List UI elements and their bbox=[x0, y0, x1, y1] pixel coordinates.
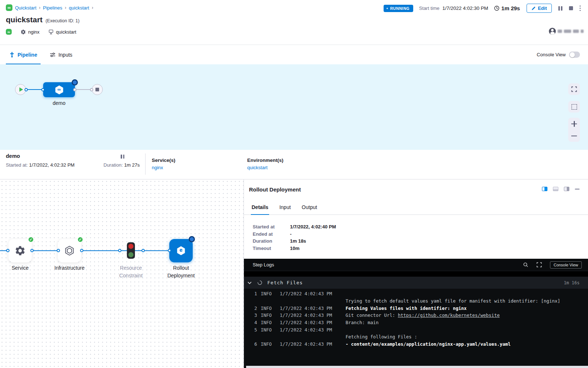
section-name: Fetch Files bbox=[267, 280, 303, 285]
minimize-panel-button[interactable] bbox=[575, 189, 580, 190]
step-node-rollout-deployment[interactable]: e bbox=[169, 239, 193, 262]
edit-button[interactable]: Edit bbox=[527, 4, 552, 13]
gear-icon bbox=[15, 245, 26, 256]
start-time-value: 1/7/2022 4:02:30 PM bbox=[442, 5, 488, 11]
breadcrumb-link[interactable]: Quickstart bbox=[15, 5, 37, 11]
layout-bottom-view-button[interactable] bbox=[553, 187, 558, 191]
layout-right-view-button[interactable] bbox=[542, 187, 547, 191]
pencil-icon bbox=[531, 6, 536, 11]
app-window: ∞ Quickstart›Pipelines›quickstart› RUNNI… bbox=[0, 0, 588, 368]
service-chip[interactable]: nginx bbox=[20, 29, 39, 35]
harness-cd-icon-small: ∞ bbox=[6, 29, 12, 35]
success-check-icon: ✓ bbox=[28, 236, 34, 243]
environment-link[interactable]: quickstart bbox=[247, 165, 268, 170]
breadcrumb-separator: › bbox=[65, 5, 66, 10]
status-dot-icon bbox=[387, 8, 388, 9]
breadcrumb-link[interactable]: quickstart bbox=[69, 5, 89, 11]
tab-inputs[interactable]: Inputs bbox=[46, 45, 76, 64]
stage-label: demo bbox=[43, 100, 75, 106]
environments-label: Environment(s) bbox=[247, 158, 283, 163]
log-link[interactable]: https://github.com/kubernetes/website bbox=[398, 312, 500, 318]
log-line-wrap: Trying to fetch default values yaml file… bbox=[244, 297, 588, 305]
service-link[interactable]: nginx bbox=[152, 165, 163, 170]
redacted-text bbox=[581, 30, 584, 33]
step-label-resource-constraint: Resource Constraint bbox=[113, 264, 149, 280]
log-section-fetch-files[interactable]: Fetch Files 1m 16s bbox=[244, 277, 588, 289]
log-search-icon[interactable] bbox=[523, 262, 528, 268]
detail-label: Duration bbox=[253, 238, 290, 245]
log-message: Branch: main bbox=[346, 320, 378, 325]
detail-value: - bbox=[290, 231, 291, 238]
canvas-zoom-controls bbox=[568, 118, 580, 142]
layout-minimized-view-button[interactable] bbox=[564, 187, 569, 191]
log-line: 5INFO1/7/2022 4:02:43 PM bbox=[244, 326, 588, 333]
log-line-wrap: Fetching following Files : bbox=[244, 333, 588, 341]
duration-label: Duration: bbox=[103, 162, 123, 168]
stage-name: demo bbox=[6, 153, 20, 159]
stage-details-bar: demo Started at: 1/7/2022, 4:02:32 PM Du… bbox=[0, 150, 588, 179]
duration-value: 1m 27s bbox=[124, 162, 140, 168]
step-panel-tabs: Details Input Output bbox=[244, 200, 588, 215]
tab-pipeline[interactable]: Pipeline bbox=[6, 45, 41, 64]
detail-value: 1/7/2022, 4:02:40 PM bbox=[290, 223, 336, 231]
stop-icon bbox=[95, 88, 99, 91]
console-scrollbar[interactable] bbox=[246, 366, 588, 368]
redacted-text bbox=[558, 30, 562, 33]
step-logs-title: Step Logs bbox=[253, 262, 274, 268]
log-line: 1INFO1/7/2022 4:02:43 PM bbox=[244, 290, 588, 297]
step-node-resource-constraint[interactable] bbox=[127, 242, 135, 259]
redacted-text bbox=[573, 30, 579, 33]
step-node-infrastructure[interactable]: ✓ bbox=[58, 239, 81, 262]
execution-id: (Execution ID: 1) bbox=[45, 18, 79, 23]
section-loading-icon bbox=[257, 280, 262, 285]
tab-input[interactable]: Input bbox=[279, 200, 291, 215]
step-node-service[interactable]: ✓ bbox=[8, 239, 32, 262]
execution-graph[interactable]: ✓ Service ✓ Infrastructure Resource Cons… bbox=[0, 179, 244, 368]
log-expand-icon[interactable] bbox=[536, 262, 542, 268]
zoom-out-button[interactable] bbox=[571, 133, 577, 139]
redacted-text bbox=[564, 30, 571, 33]
pipeline-canvas[interactable]: ∞ demo bbox=[0, 64, 588, 150]
canvas-fullscreen-button[interactable] bbox=[568, 83, 580, 95]
started-at-value: 1/7/2022, 4:02:32 PM bbox=[29, 162, 75, 168]
detail-label: Ended at bbox=[253, 231, 290, 238]
console-view-button[interactable]: Console View bbox=[550, 261, 582, 269]
elapsed-time: 1m 29s bbox=[501, 5, 520, 11]
step-panel-title: Rollout Deployment bbox=[249, 186, 301, 193]
end-node[interactable] bbox=[92, 84, 103, 95]
user-avatar[interactable] bbox=[549, 28, 556, 35]
rollout-step-icon: e bbox=[176, 246, 186, 256]
tab-details[interactable]: Details bbox=[251, 200, 269, 215]
status-badge: RUNNING bbox=[384, 5, 413, 12]
stage-node-demo[interactable]: ∞ bbox=[43, 82, 75, 97]
step-label-infrastructure: Infrastructure bbox=[48, 264, 91, 272]
service-chip-label: nginx bbox=[28, 29, 39, 35]
stage-pause-button[interactable] bbox=[121, 155, 124, 159]
traffic-red-light bbox=[128, 244, 133, 249]
traffic-green-light bbox=[128, 252, 133, 257]
log-line: 3INFO1/7/2022 4:02:43 PMGit connector Ur… bbox=[244, 312, 588, 319]
pause-execution-button[interactable] bbox=[558, 6, 562, 11]
step-label-service: Service bbox=[5, 264, 35, 272]
detail-row: Started at1/7/2022, 4:02:40 PM bbox=[253, 223, 336, 231]
step-logs-console: Step Logs Console View bbox=[244, 259, 588, 368]
page-title: quickstart bbox=[6, 15, 42, 24]
environment-chip[interactable]: quickstart bbox=[48, 29, 76, 35]
console-view-toggle[interactable] bbox=[569, 52, 580, 58]
detail-row: Ended at- bbox=[253, 231, 336, 238]
log-message: - content/en/examples/application/nginx-… bbox=[346, 341, 511, 347]
canvas-fit-view-button[interactable] bbox=[568, 101, 580, 113]
log-message: Git connector Url: https://github.com/ku… bbox=[346, 312, 500, 318]
more-options-button[interactable] bbox=[580, 5, 581, 11]
log-line: 4INFO1/7/2022 4:02:43 PMBranch: main bbox=[244, 319, 588, 326]
breadcrumb-link[interactable]: Pipelines bbox=[43, 5, 63, 11]
clock-icon bbox=[494, 5, 500, 11]
detail-row: Duration1m 18s bbox=[253, 238, 336, 245]
step-detail-panel: Rollout Deployment Details Input Output … bbox=[244, 179, 588, 368]
view-tabbar: Pipeline Inputs Console View bbox=[0, 45, 588, 64]
gear-icon bbox=[20, 29, 26, 35]
abort-execution-button[interactable] bbox=[569, 6, 573, 10]
tab-output[interactable]: Output bbox=[301, 200, 318, 215]
running-spinner-icon bbox=[189, 236, 195, 242]
zoom-in-button[interactable] bbox=[571, 121, 577, 127]
